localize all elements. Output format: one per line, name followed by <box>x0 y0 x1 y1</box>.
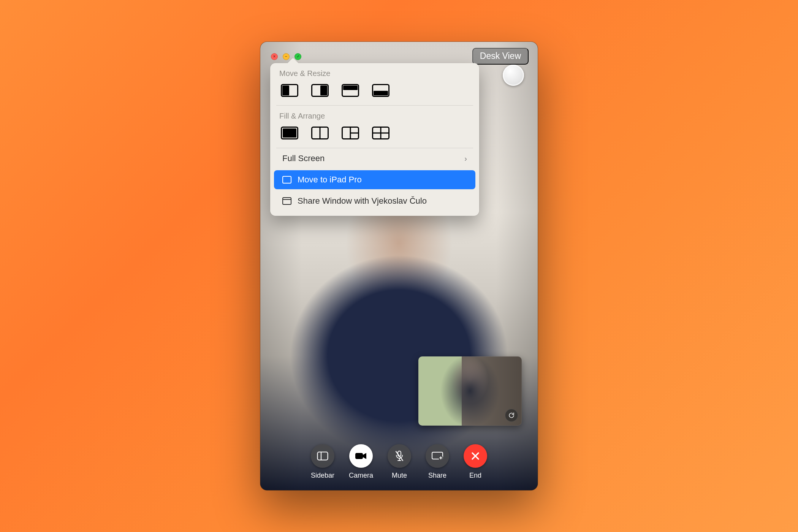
window-minimize-button[interactable]: − <box>283 53 290 60</box>
close-icon <box>470 451 480 461</box>
sidebar-button[interactable] <box>311 444 334 468</box>
move-resize-label: Move & Resize <box>279 69 470 78</box>
svg-rect-1 <box>282 86 289 95</box>
menu-item-label: Full Screen <box>282 154 325 163</box>
rotate-camera-button[interactable] <box>505 409 518 422</box>
sidebar-icon <box>317 451 328 461</box>
arrange-three-tile-icon[interactable] <box>342 127 359 139</box>
window-traffic-lights: × − ⤢ <box>271 53 301 60</box>
arrange-fill-icon[interactable] <box>281 127 298 139</box>
screen-share-icon <box>431 451 443 461</box>
rotate-icon <box>508 412 515 419</box>
menu-item-label: Move to iPad Pro <box>298 175 362 185</box>
svg-rect-23 <box>355 453 363 459</box>
window-icon <box>282 197 291 205</box>
svg-rect-7 <box>374 91 388 95</box>
microphone-muted-icon <box>394 450 404 462</box>
svg-rect-21 <box>317 452 328 460</box>
svg-rect-5 <box>343 86 358 90</box>
camera-button[interactable] <box>349 444 373 468</box>
menu-item-share-window[interactable]: Share Window with Vjekoslav Čulo <box>274 192 475 211</box>
close-icon: × <box>273 55 276 59</box>
control-label: Sidebar <box>311 472 334 480</box>
fill-arrange-label: Fill & Arrange <box>279 112 470 120</box>
svg-rect-19 <box>283 198 291 204</box>
control-sidebar: Sidebar <box>311 444 334 480</box>
menu-item-label: Share Window with Vjekoslav Čulo <box>298 196 427 206</box>
svg-rect-18 <box>283 176 291 183</box>
self-view-pip[interactable] <box>418 356 522 426</box>
share-button[interactable] <box>426 444 449 468</box>
control-label: Share <box>428 472 446 480</box>
menu-item-move-to-ipad[interactable]: Move to iPad Pro <box>274 170 475 189</box>
control-end: End <box>464 444 487 480</box>
ipad-icon <box>282 176 291 184</box>
control-camera: Camera <box>349 444 373 480</box>
control-mute: Mute <box>388 444 411 480</box>
move-resize-section: Move & Resize <box>270 63 479 105</box>
control-label: Camera <box>349 472 373 480</box>
tile-right-half-icon[interactable] <box>311 84 329 97</box>
control-label: End <box>469 472 481 480</box>
tile-left-half-icon[interactable] <box>281 84 298 97</box>
window-zoom-button[interactable]: ⤢ <box>294 53 301 60</box>
end-call-button[interactable] <box>464 444 487 468</box>
zoom-icon: ⤢ <box>297 55 299 58</box>
arrange-four-tile-icon[interactable] <box>372 127 390 139</box>
menu-item-full-screen[interactable]: Full Screen › <box>274 149 475 168</box>
live-photo-shutter[interactable] <box>503 65 524 86</box>
minimize-icon: − <box>285 55 287 59</box>
call-controls: Sidebar Camera Mute <box>260 444 538 480</box>
camera-icon <box>355 452 367 460</box>
control-share: Share <box>426 444 449 480</box>
tile-top-half-icon[interactable] <box>342 84 359 97</box>
fill-arrange-section: Fill & Arrange <box>270 106 479 148</box>
control-label: Mute <box>392 472 407 480</box>
svg-rect-9 <box>283 128 296 138</box>
window-close-button[interactable]: × <box>271 53 278 60</box>
window-layout-popover: Move & Resize Fill & Arrange Full Screen… <box>270 63 479 216</box>
arrange-two-column-icon[interactable] <box>311 127 329 139</box>
desk-view-button[interactable]: Desk View <box>472 48 529 65</box>
mute-button[interactable] <box>388 444 411 468</box>
chevron-right-icon: › <box>464 154 467 163</box>
tile-bottom-half-icon[interactable] <box>372 84 390 97</box>
svg-rect-3 <box>320 86 327 95</box>
facetime-window: × − ⤢ Desk View Move & Resize Fill & Arr… <box>260 42 538 490</box>
